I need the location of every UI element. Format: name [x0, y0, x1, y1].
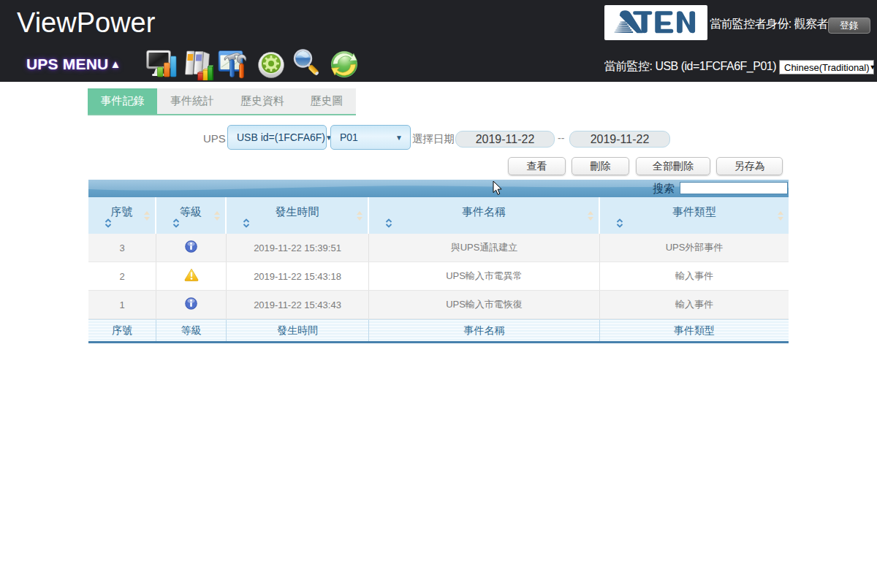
- cell-level: [156, 262, 227, 290]
- table-search-band: 搜索: [88, 180, 789, 197]
- updown-icon: [588, 210, 593, 224]
- sort-icon[interactable]: [243, 218, 250, 231]
- search-label: 搜索: [653, 182, 675, 196]
- date-from-input[interactable]: 2019-11-22: [455, 131, 555, 148]
- sort-icon[interactable]: [105, 218, 112, 231]
- cell-event: UPS輸入市電恢復: [369, 291, 600, 318]
- footer-event: 事件名稱: [369, 320, 600, 341]
- cell-seq: 3: [88, 234, 156, 261]
- footer-time: 發生時間: [227, 320, 369, 341]
- info-icon: [185, 297, 197, 312]
- utility-window-icon[interactable]: [217, 47, 252, 82]
- table-row[interactable]: 3 2019-11-22 15:39:51 與UPS通訊建立 UPS外部事件: [88, 234, 789, 262]
- cell-type: 輸入事件: [600, 262, 789, 290]
- mouse-cursor: [493, 180, 503, 199]
- table-footer-row: 序號 等級 發生時間 事件名稱 事件類型: [88, 319, 789, 343]
- scan-magnifier-icon[interactable]: [290, 47, 325, 82]
- select-arrow-icon: ▼: [870, 64, 876, 71]
- save-as-button[interactable]: 另存為: [716, 157, 783, 175]
- cell-type: UPS外部事件: [600, 234, 789, 261]
- viewpower-page: ViewPower UPS MENU▲: [0, 0, 877, 588]
- delete-all-button[interactable]: 全部刪除: [636, 157, 710, 175]
- updown-icon: [357, 210, 362, 224]
- table-row[interactable]: 2 2019-11-22 15:43:18 UPS輸入市電異常 輸入事件: [88, 262, 789, 291]
- sort-icon[interactable]: [385, 218, 392, 231]
- sort-icon[interactable]: [172, 218, 180, 231]
- cell-time: 2019-11-22 15:43:43: [227, 291, 369, 318]
- cell-event: UPS輸入市電異常: [369, 262, 600, 290]
- monitor-chart-icon[interactable]: [144, 47, 179, 82]
- monitored-device-label: 當前監控: USB (id=1FCFA6F_P01): [604, 59, 776, 75]
- updown-icon: [144, 210, 150, 224]
- ups-menu-button[interactable]: UPS MENU▲: [26, 56, 121, 73]
- language-select[interactable]: Chinese(Traditional) ▼: [779, 60, 874, 75]
- footer-type: 事件類型: [600, 320, 789, 341]
- aten-logo: [604, 5, 707, 40]
- cell-event: 與UPS通訊建立: [369, 234, 600, 261]
- table-row[interactable]: 1 2019-11-22 15:43:43 UPS輸入市電恢復 輸入事件: [88, 291, 789, 319]
- view-button[interactable]: 查看: [508, 157, 566, 175]
- toolbar: [144, 47, 363, 82]
- tab-history-chart[interactable]: 歷史圖: [297, 88, 356, 114]
- tab-event-stats[interactable]: 事件統計: [157, 88, 227, 114]
- log-books-icon[interactable]: [181, 47, 216, 82]
- ups-select[interactable]: USB id=(1FCFA6F)▼: [227, 125, 327, 150]
- refresh-icon[interactable]: [327, 47, 362, 82]
- updown-icon: [778, 210, 783, 224]
- cell-time: 2019-11-22 15:39:51: [227, 234, 369, 261]
- header-bar: ViewPower UPS MENU▲: [0, 0, 877, 82]
- date-to-input[interactable]: 2019-11-22: [569, 131, 670, 148]
- menu-arrow-icon: ▲: [110, 58, 121, 70]
- tab-history-data[interactable]: 歷史資料: [227, 88, 297, 114]
- cell-type: 輸入事件: [600, 291, 789, 318]
- cell-level: [156, 234, 227, 261]
- ups-label: UPS: [203, 132, 226, 145]
- column-header-event[interactable]: 事件名稱: [369, 197, 600, 234]
- column-header-type[interactable]: 事件類型: [600, 197, 789, 234]
- event-table: 搜索 序號 等級 發生時間 事件名稱 事件類型 3 2019-11-22 15:…: [88, 180, 789, 343]
- sort-icon[interactable]: [616, 218, 623, 231]
- cell-seq: 2: [88, 262, 156, 290]
- port-select[interactable]: P01▼: [330, 125, 411, 150]
- delete-button[interactable]: 刪除: [572, 157, 629, 175]
- footer-level: 等級: [156, 320, 227, 341]
- config-gear-icon[interactable]: [254, 47, 289, 82]
- table-header-row: 序號 等級 發生時間 事件名稱 事件類型: [88, 197, 789, 234]
- column-header-level[interactable]: 等級: [156, 197, 227, 234]
- login-button[interactable]: 登錄: [828, 18, 870, 34]
- search-input[interactable]: [680, 182, 788, 194]
- aten-logo-mark: [604, 5, 707, 40]
- column-header-time[interactable]: 發生時間: [227, 197, 369, 234]
- info-icon: [185, 240, 197, 255]
- date-separator: --: [558, 132, 564, 144]
- app-title: ViewPower: [17, 7, 155, 39]
- column-header-seq[interactable]: 序號: [88, 197, 156, 234]
- cell-level: [156, 291, 227, 318]
- footer-seq: 序號: [88, 320, 156, 341]
- cell-time: 2019-11-22 15:43:18: [227, 262, 369, 290]
- date-label: 選擇日期: [412, 132, 455, 146]
- tab-event-log[interactable]: 事件記錄: [88, 88, 157, 114]
- identity-label: 當前監控者身份: 觀察者: [710, 17, 828, 32]
- warning-icon: [184, 268, 199, 284]
- tab-bar: 事件記錄 事件統計 歷史資料 歷史圖: [88, 88, 356, 115]
- updown-icon: [214, 210, 220, 224]
- cell-seq: 1: [88, 291, 156, 318]
- select-arrow-icon: ▼: [395, 134, 403, 142]
